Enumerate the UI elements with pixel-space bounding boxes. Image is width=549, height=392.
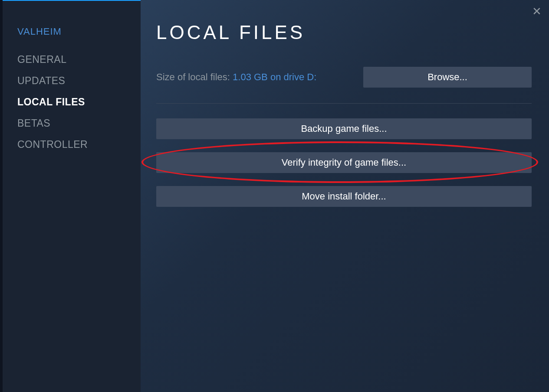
size-label: Size of local files: bbox=[156, 72, 233, 82]
close-icon[interactable]: ✕ bbox=[531, 5, 543, 17]
browse-button[interactable]: Browse... bbox=[363, 67, 532, 88]
action-buttons: Backup game files... Verify integrity of… bbox=[156, 118, 532, 207]
sidebar-item-controller[interactable]: CONTROLLER bbox=[17, 139, 141, 150]
backup-game-files-button[interactable]: Backup game files... bbox=[156, 118, 532, 139]
size-row: Size of local files: 1.03 GB on drive D:… bbox=[156, 67, 532, 88]
sidebar-item-updates[interactable]: UPDATES bbox=[17, 75, 141, 87]
sidebar-item-general[interactable]: GENERAL bbox=[17, 54, 141, 65]
sidebar-item-betas[interactable]: BETAS bbox=[17, 118, 141, 129]
size-text: Size of local files: 1.03 GB on drive D: bbox=[156, 72, 316, 83]
sidebar-item-local-files[interactable]: LOCAL FILES bbox=[17, 96, 141, 108]
size-value-link[interactable]: 1.03 GB on drive D: bbox=[233, 72, 316, 82]
game-title: VALHEIM bbox=[17, 26, 141, 37]
sidebar: VALHEIM GENERAL UPDATES LOCAL FILES BETA… bbox=[3, 0, 141, 392]
window-left-edge bbox=[0, 0, 3, 392]
divider bbox=[156, 103, 532, 104]
verify-integrity-button[interactable]: Verify integrity of game files... bbox=[156, 152, 532, 173]
page-title: LOCAL FILES bbox=[156, 22, 532, 43]
main-content: ✕ LOCAL FILES Size of local files: 1.03 … bbox=[141, 0, 549, 392]
properties-window: VALHEIM GENERAL UPDATES LOCAL FILES BETA… bbox=[0, 0, 549, 392]
move-install-folder-button[interactable]: Move install folder... bbox=[156, 186, 532, 207]
